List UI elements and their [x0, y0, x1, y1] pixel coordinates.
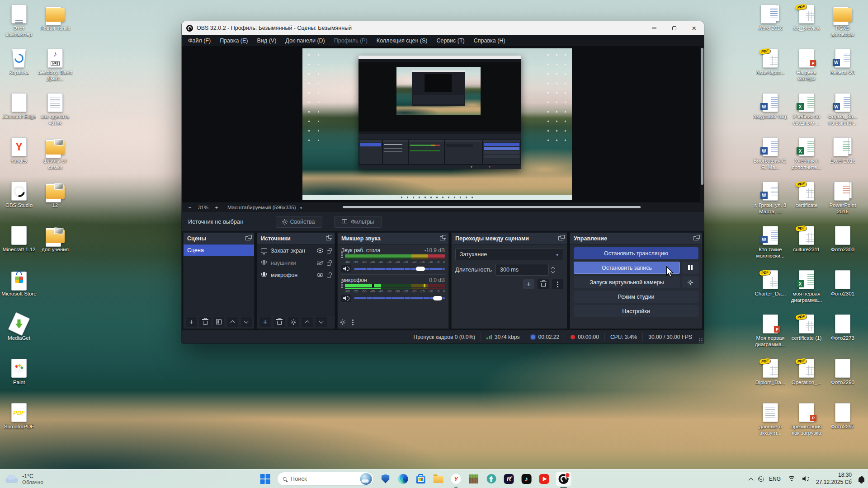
wifi-icon[interactable] [788, 476, 796, 482]
spin-down-icon[interactable] [551, 269, 555, 273]
move-source-down-button[interactable] [316, 317, 327, 327]
scene-item[interactable]: Сцена [184, 244, 254, 256]
desktop-icon[interactable]: презинтация как загрузка [788, 402, 825, 446]
title-bar[interactable]: OBS 32.0.2 - Профиль: Безымянный - Сцены… [182, 21, 704, 35]
pause-recording-button[interactable] [682, 262, 698, 274]
desktop-icon[interactable]: Корзина [1, 48, 37, 92]
desktop-icon[interactable]: Кто такие моллюски... [752, 225, 788, 269]
desktop-icon[interactable]: данные о аккаунт... [752, 402, 788, 446]
desktop-icon[interactable]: certificate (1) [788, 314, 825, 358]
popout-icon[interactable] [326, 236, 331, 240]
menu-item[interactable]: Вид (V) [253, 36, 281, 46]
channel-menu-icon[interactable] [341, 284, 343, 286]
remove-scene-button[interactable] [199, 317, 210, 327]
taskbar-icon[interactable] [486, 473, 497, 485]
desktop-icon[interactable]: Operation_... [788, 358, 825, 402]
desktop-icon[interactable]: Моя первая диаграмма... [752, 314, 788, 358]
source-properties-button[interactable] [288, 317, 299, 327]
duration-spinbox[interactable]: 300 ms [495, 264, 549, 276]
taskbar-icon[interactable] [397, 473, 409, 485]
desktop-icon[interactable]: certificate [788, 181, 825, 225]
mute-button[interactable] [341, 265, 351, 272]
move-scene-up-button[interactable] [227, 317, 238, 327]
resize-grip[interactable] [698, 330, 704, 343]
zoom-in-button[interactable] [213, 205, 220, 210]
desktop-icon[interactable]: для учения [37, 225, 73, 269]
microphone-tray-icon[interactable] [760, 476, 762, 480]
virtual-camera-settings-button[interactable] [682, 276, 698, 288]
desktop-icon[interactable]: Учебник с дополните... [788, 136, 825, 181]
desktop-icon[interactable]: Этот компьютер [1, 4, 37, 48]
volume-slider[interactable] [354, 297, 445, 299]
source-item[interactable]: наушники [257, 257, 335, 269]
desktop-icon[interactable]: Charter_Da... [752, 269, 788, 314]
desktop-icon[interactable]: req_preview [788, 4, 825, 48]
popout-icon[interactable] [693, 236, 698, 240]
taskbar-icon[interactable] [521, 473, 533, 485]
add-scene-button[interactable] [186, 317, 197, 327]
desktop-icon[interactable]: Asus-lapto... [752, 48, 788, 92]
channel-menu-icon[interactable] [341, 254, 343, 256]
advanced-audio-icon[interactable] [341, 321, 344, 324]
taskbar-icon[interactable] [468, 473, 480, 485]
desktop-icon[interactable]: Биография С. Я. Ма... [752, 136, 788, 181]
desktop-icon[interactable]: Новая папка [37, 4, 73, 48]
desktop-icon[interactable]: Yandex [1, 136, 37, 181]
source-item[interactable]: Захват экран [257, 244, 335, 257]
mute-button[interactable] [341, 295, 351, 302]
remove-source-button[interactable] [274, 317, 285, 327]
search-box[interactable]: Поиск [277, 472, 374, 486]
desktop-icon[interactable]: Фото2290 [825, 358, 861, 402]
visibility-eye-off-icon[interactable] [317, 261, 323, 265]
desktop-icon[interactable]: На день матери [788, 48, 825, 92]
scrollbar-thumb[interactable] [701, 48, 703, 185]
zoom-out-button[interactable] [186, 205, 193, 210]
popout-icon[interactable] [440, 236, 445, 240]
remove-transition-button[interactable] [538, 279, 549, 289]
hidden-icons-chevron[interactable] [748, 478, 753, 483]
scrollbar-thumb[interactable] [343, 206, 641, 208]
stop-recording-button[interactable]: Остановить запись [574, 262, 680, 274]
menu-item[interactable]: Профиль (P) [330, 36, 372, 46]
add-source-button[interactable] [259, 317, 271, 327]
desktop-icon[interactable]: РСХБ договоры [825, 4, 861, 48]
volume-slider[interactable] [354, 268, 445, 270]
desktop-icon[interactable]: Анкета ФЛ [825, 48, 861, 92]
source-item[interactable]: микрофон [257, 269, 335, 281]
menu-item[interactable]: Файл (F) [184, 36, 215, 46]
start-button[interactable] [259, 473, 271, 485]
taskbar-icon[interactable] [450, 473, 462, 485]
desktop-icon[interactable]: Фото2297 [825, 402, 861, 446]
desktop-icon[interactable]: 12 [37, 181, 73, 225]
weather-widget[interactable]: -1°C Облачно [5, 469, 43, 488]
menu-item[interactable]: Правка (E) [215, 36, 252, 46]
clock[interactable]: 18:30 27.12.2025 Сб [816, 472, 852, 486]
transition-select[interactable]: Затухание [455, 248, 563, 260]
preview-vertical-scrollbar[interactable] [700, 47, 704, 202]
menu-item[interactable]: Сервис (T) [432, 36, 469, 46]
close-button[interactable] [684, 21, 704, 35]
desktop-icon[interactable]: MediaGet [1, 314, 37, 358]
desktop-icon[interactable]: besoboy, Ваня Дмит... [37, 48, 73, 92]
slider-thumb[interactable] [416, 267, 425, 271]
desktop-icon[interactable]: Word 2016 [752, 4, 788, 48]
filters-button[interactable]: Фильтры [334, 216, 382, 228]
desktop-icon[interactable]: Амурский тигр [752, 92, 788, 136]
desktop-icon[interactable]: Excel 2016 [825, 136, 861, 181]
stop-streaming-button[interactable]: Остановить трансляцию [574, 247, 698, 259]
volume-icon[interactable] [802, 476, 809, 481]
visibility-eye-icon[interactable] [317, 249, 323, 253]
desktop-icon[interactable]: PowerPoint 2016 [825, 181, 861, 225]
desktop-icon[interactable]: OBS Studio [1, 181, 37, 225]
maximize-button[interactable] [664, 21, 684, 35]
desktop-icon[interactable]: Microsoft Edge [1, 92, 37, 136]
lock-icon[interactable] [327, 275, 331, 278]
preview-scale-dropdown[interactable]: Масштабируемый (596x335) [227, 205, 302, 210]
desktop-icon[interactable]: файлы от симки [37, 136, 73, 181]
desktop-icon[interactable]: Paint [1, 358, 37, 402]
desktop-icon[interactable]: Фото2273 [825, 314, 861, 358]
desktop-icon[interactable]: culture2311 [788, 225, 825, 269]
desktop-icon[interactable]: как сделать чатик [37, 92, 73, 136]
preview-area[interactable] [182, 47, 704, 202]
studio-mode-button[interactable]: Режим студии [574, 291, 698, 303]
